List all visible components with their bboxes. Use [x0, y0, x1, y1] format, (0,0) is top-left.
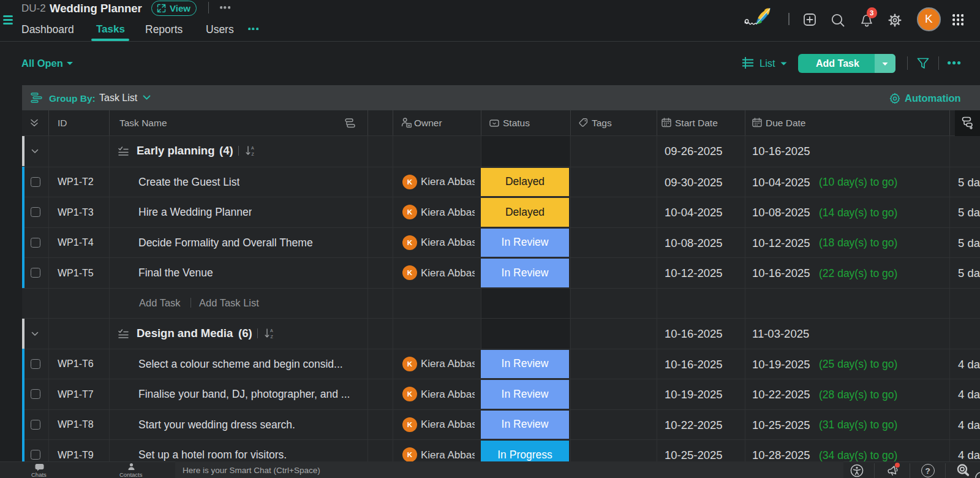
- svg-text:A: A: [251, 146, 254, 150]
- svg-text:Z: Z: [271, 335, 274, 339]
- svg-text:Z: Z: [252, 152, 255, 156]
- svg-text:A: A: [270, 328, 273, 333]
